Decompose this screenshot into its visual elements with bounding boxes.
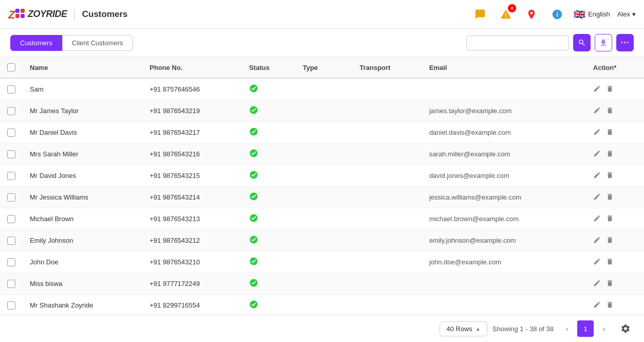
download-icon: [599, 39, 608, 47]
row-checkbox-cell: [0, 273, 23, 295]
delete-button[interactable]: [606, 150, 614, 159]
delete-button[interactable]: [606, 279, 614, 289]
flag-icon: 🇬🇧: [574, 9, 585, 20]
table-footer: 40 Rows ▲ Showing 1 - 38 of 38 ‹ 1 ›: [0, 315, 644, 342]
edit-button[interactable]: [593, 85, 601, 94]
edit-button[interactable]: [593, 301, 601, 310]
edit-button[interactable]: [593, 258, 601, 267]
language-selector[interactable]: 🇬🇧 English: [574, 9, 610, 20]
edit-icon: [593, 214, 601, 222]
location-button[interactable]: [522, 5, 541, 24]
row-email: jessica.williams@example.com: [422, 187, 586, 208]
rows-label: 40 Rows: [446, 325, 472, 333]
tab-customers[interactable]: Customers: [10, 35, 62, 51]
row-phone: +91 9876543217: [142, 122, 242, 143]
svg-rect-4: [21, 14, 25, 18]
delete-button[interactable]: [606, 193, 614, 202]
edit-button[interactable]: [593, 150, 601, 159]
user-menu[interactable]: Alex ▾: [617, 10, 636, 18]
table-row: Mr Shashank Zoyride+91 8299716554: [0, 295, 644, 316]
row-checkbox[interactable]: [7, 301, 15, 310]
table-row: Emily Johnson+91 9876543212emily.johnson…: [0, 230, 644, 251]
delete-button[interactable]: [606, 214, 614, 224]
col-phone: Phone No.: [142, 57, 242, 78]
edit-button[interactable]: [593, 128, 601, 137]
row-status: [242, 143, 295, 165]
row-checkbox-cell: [0, 187, 23, 208]
row-status: [242, 273, 295, 295]
row-status: [242, 208, 295, 230]
more-dots-icon: ···: [621, 38, 629, 47]
row-checkbox[interactable]: [7, 85, 15, 94]
delete-icon: [606, 150, 614, 157]
status-active-icon: [249, 257, 258, 266]
delete-button[interactable]: [606, 171, 614, 181]
row-name: Emily Johnson: [23, 230, 142, 251]
table-settings-button[interactable]: [617, 320, 634, 337]
row-checkbox-cell: [0, 230, 23, 251]
edit-button[interactable]: [593, 171, 601, 181]
edit-button[interactable]: [593, 279, 601, 289]
next-page-button[interactable]: ›: [596, 320, 612, 337]
table-row: Sam+91 8757646546: [0, 78, 644, 100]
col-action: Action*: [586, 57, 644, 78]
delete-icon: [606, 258, 614, 265]
row-transport: [352, 187, 422, 208]
row-name: Michael Brown: [23, 208, 142, 230]
delete-icon: [606, 301, 614, 309]
row-action-cell: [586, 165, 644, 187]
edit-button[interactable]: [593, 193, 601, 202]
message-button[interactable]: [471, 5, 489, 24]
download-button[interactable]: [595, 34, 612, 51]
row-checkbox-cell: [0, 78, 23, 100]
svg-rect-2: [21, 9, 25, 13]
page-1-button[interactable]: 1: [577, 320, 594, 337]
notification-badge: 0: [508, 4, 516, 12]
row-transport: [352, 273, 422, 295]
row-action-cell: [586, 78, 644, 100]
rows-selector[interactable]: 40 Rows ▲: [440, 321, 487, 336]
delete-button[interactable]: [606, 258, 614, 267]
delete-button[interactable]: [606, 106, 614, 116]
row-checkbox[interactable]: [7, 237, 15, 245]
row-checkbox[interactable]: [7, 107, 15, 115]
edit-button[interactable]: [593, 106, 601, 116]
row-action-cell: [586, 143, 644, 165]
delete-button[interactable]: [606, 301, 614, 310]
row-action-cell: [586, 187, 644, 208]
row-action-cell: [586, 208, 644, 230]
logo: Z ZOYRIDE: [8, 7, 67, 22]
row-email: john.doe@example.com: [422, 251, 586, 273]
select-all-checkbox[interactable]: [7, 63, 15, 71]
row-checkbox[interactable]: [7, 172, 15, 180]
row-checkbox[interactable]: [7, 215, 15, 223]
tab-client-customers[interactable]: Client Customers: [62, 35, 133, 51]
row-transport: [352, 143, 422, 165]
delete-button[interactable]: [606, 85, 614, 94]
table-row: Mr Daniel Davis+91 9876543217daniel.davi…: [0, 122, 644, 143]
delete-button[interactable]: [606, 236, 614, 245]
row-email: [422, 273, 586, 295]
row-checkbox[interactable]: [7, 150, 15, 158]
delete-button[interactable]: [606, 128, 614, 137]
row-checkbox-cell: [0, 208, 23, 230]
col-name: Name: [23, 57, 142, 78]
edit-icon: [593, 236, 601, 244]
header-checkbox-cell: [0, 57, 23, 78]
row-checkbox[interactable]: [7, 193, 15, 202]
search-area: ···: [466, 34, 634, 51]
row-type: [295, 273, 352, 295]
prev-page-button[interactable]: ‹: [559, 320, 575, 337]
search-input[interactable]: [466, 35, 569, 50]
row-checkbox[interactable]: [7, 129, 15, 137]
edit-button[interactable]: [593, 214, 601, 224]
row-checkbox[interactable]: [7, 280, 15, 288]
row-status: [242, 78, 295, 100]
edit-button[interactable]: [593, 236, 601, 245]
warning-button[interactable]: 0: [497, 5, 515, 24]
more-options-button[interactable]: ···: [616, 34, 634, 51]
info-button[interactable]: [548, 5, 566, 24]
row-email: [422, 78, 586, 100]
search-button[interactable]: [573, 34, 591, 51]
row-checkbox[interactable]: [7, 258, 15, 266]
